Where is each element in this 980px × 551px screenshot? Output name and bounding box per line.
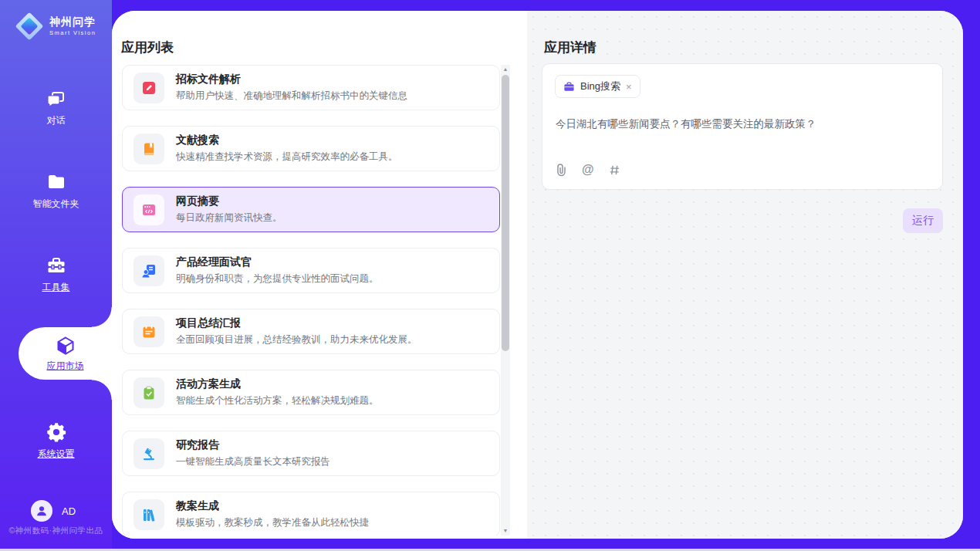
sidebar: 神州问学 Smart Vision 对话 智能文件夹 工具集 [0, 0, 112, 549]
app-title: 研究报告 [176, 438, 330, 452]
person-icon [35, 504, 49, 518]
attachment-icon[interactable] [556, 164, 567, 177]
sidebar-item-smart-folder[interactable]: 智能文件夹 [0, 164, 112, 218]
tool-tag-label: Bing搜索 [580, 79, 620, 93]
logo-diamond-icon [15, 12, 43, 40]
gear-icon [46, 421, 67, 443]
app-card-lesson-plan[interactable]: 教案生成 模板驱动，教案秒成，教学准备从此轻松快捷 [122, 492, 500, 536]
app-detail-panel: 应用详情 Bing搜索 × 今日湖北有哪些新闻要点？有哪些需要关注的最新政策？ [527, 11, 963, 539]
sidebar-item-label: 智能文件夹 [33, 198, 79, 211]
app-detail-title: 应用详情 [544, 39, 596, 56]
web-code-icon [140, 201, 157, 218]
edit-square-icon [140, 79, 157, 96]
tool-tag-bing-search[interactable]: Bing搜索 × [555, 75, 640, 98]
hashtag-icon[interactable] [609, 164, 620, 176]
cube-icon [55, 335, 76, 357]
app-desc: 每日政府新闻资讯快查。 [176, 211, 282, 225]
calendar-note-icon [140, 323, 157, 340]
sidebar-item-toolbox[interactable]: 工具集 [0, 247, 112, 301]
scrollbar-up-icon[interactable]: ▲ [501, 65, 510, 74]
app-desc: 模板驱动，教案秒成，教学准备从此轻松快捷 [176, 516, 369, 529]
app-card-web-summary[interactable]: 网页摘要 每日政府新闻资讯快查。 [122, 187, 500, 232]
app-desc: 快速精准查找学术资源，提高研究效率的必备工具。 [176, 150, 398, 164]
prompt-card[interactable]: Bing搜索 × 今日湖北有哪些新闻要点？有哪些需要关注的最新政策？ @ [542, 63, 943, 190]
app-desc: 帮助用户快速、准确地理解和解析招标书中的关键信息 [176, 90, 407, 103]
composer-toolbar: @ [556, 163, 620, 177]
user-name: AD [62, 505, 76, 517]
interview-doc-icon [140, 262, 157, 279]
clipboard-check-icon [140, 384, 157, 401]
app-logo: 神州问学 Smart Vision [15, 12, 96, 40]
briefcase-icon [563, 81, 575, 93]
app-title: 教案生成 [176, 499, 369, 513]
prompt-text[interactable]: 今日湖北有哪些新闻要点？有哪些需要关注的最新政策？ [556, 117, 926, 132]
logo-subtitle: Smart Vision [49, 30, 96, 36]
app-list: 招标文件解析 帮助用户快速、准确地理解和解析招标书中的关键信息 [122, 65, 500, 536]
toolbox-icon [46, 255, 67, 276]
sidebar-item-app-market[interactable]: 应用市场 [19, 327, 112, 380]
logo-title: 神州问学 [49, 16, 96, 28]
app-title: 文献搜索 [176, 134, 398, 147]
app-desc: 智能生成个性化活动方案，轻松解决规划难题。 [176, 394, 379, 407]
chat-icon [46, 88, 67, 110]
run-button[interactable]: 运行 [903, 208, 943, 233]
app-list-title: 应用列表 [121, 39, 174, 56]
app-card-bid-analysis[interactable]: 招标文件解析 帮助用户快速、准确地理解和解析招标书中的关键信息 [122, 65, 500, 110]
app-title: 网页摘要 [176, 194, 282, 208]
app-desc: 全面回顾项目进展，总结经验教训，助力未来优化发展。 [176, 333, 417, 346]
avatar [31, 500, 52, 522]
app-title: 招标文件解析 [176, 73, 407, 86]
scrollbar-down-icon[interactable]: ▼ [501, 526, 510, 536]
sidebar-footer: ©神州数码·神州问学出品 [0, 526, 112, 536]
sidebar-item-settings[interactable]: 系统设置 [0, 414, 112, 468]
folder-icon [46, 171, 67, 193]
microscope-icon [140, 445, 157, 462]
app-card-research-report[interactable]: 研究报告 一键智能生成高质量长文本研究报告 [122, 431, 500, 476]
books-icon [140, 506, 157, 523]
mention-icon[interactable]: @ [582, 163, 594, 177]
app-card-pm-interviewer[interactable]: 产品经理面试官 明确身份和职责，为您提供专业性的面试问题。 [122, 248, 500, 293]
app-list-scrollbar[interactable]: ▲ ▼ [501, 65, 510, 536]
app-title: 活动方案生成 [176, 377, 379, 391]
app-title: 项目总结汇报 [176, 316, 417, 330]
app-list-panel: 应用列表 招标文件解析 帮助用户快速、准确地理解和解析招标书中的关键信息 [112, 11, 527, 539]
sidebar-item-label: 工具集 [42, 281, 70, 294]
app-title: 产品经理面试官 [176, 255, 379, 269]
main-content: 应用列表 招标文件解析 帮助用户快速、准确地理解和解析招标书中的关键信息 [112, 11, 963, 539]
app-desc: 明确身份和职责，为您提供专业性的面试问题。 [176, 272, 379, 286]
app-card-literature-search[interactable]: 文献搜索 快速精准查找学术资源，提高研究效率的必备工具。 [122, 126, 500, 171]
sidebar-item-chat[interactable]: 对话 [0, 80, 112, 134]
sidebar-item-label: 对话 [47, 114, 66, 127]
book-icon [140, 140, 157, 157]
user-account[interactable]: AD [31, 500, 76, 522]
sidebar-item-label: 应用市场 [47, 360, 84, 373]
app-card-event-plan[interactable]: 活动方案生成 智能生成个性化活动方案，轻松解决规划难题。 [122, 370, 500, 415]
scrollbar-thumb[interactable] [502, 75, 509, 351]
sidebar-item-label: 系统设置 [38, 448, 75, 461]
app-desc: 一键智能生成高质量长文本研究报告 [176, 455, 330, 468]
app-card-project-summary[interactable]: 项目总结汇报 全面回顾项目进展，总结经验教训，助力未来优化发展。 [122, 309, 500, 354]
tag-close-icon[interactable]: × [626, 82, 632, 92]
